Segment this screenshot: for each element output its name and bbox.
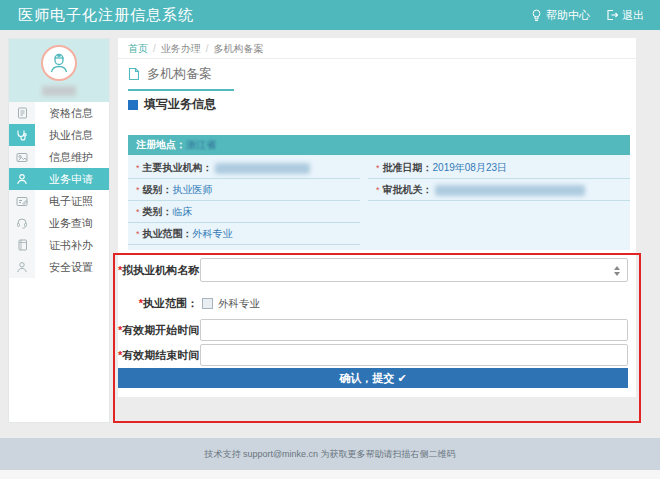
valid-start-input[interactable] xyxy=(200,319,628,341)
blue-square-bullet-icon xyxy=(128,100,138,110)
field-practice-scope: *执业范围：外科专业 xyxy=(128,223,360,245)
sidebar-item-label: 业务查询 xyxy=(35,212,109,234)
confirm-submit-button[interactable]: 确认，提交 ✔ xyxy=(118,368,628,388)
sidebar-item-qualification-info[interactable]: 资格信息 xyxy=(9,102,109,124)
redacted-value xyxy=(215,163,310,174)
doctor-avatar-icon xyxy=(48,52,70,74)
valid-start-label: *有效期开始时间： xyxy=(118,323,198,338)
field-label: 类别： xyxy=(143,206,173,217)
required-asterisk: * xyxy=(136,229,140,239)
required-asterisk: * xyxy=(376,163,380,173)
page-title-text: 多机构备案 xyxy=(147,65,212,83)
field-approval-date: *批准日期：2019年08月23日 xyxy=(368,157,630,179)
field-label: 审批机关： xyxy=(383,184,433,195)
main-content-panel: 首页 / 业务办理 / 多机构备案 多机构备案 填写业务信息 注册地点：浙江省 … xyxy=(118,38,636,397)
app-title: 医师电子化注册信息系统 xyxy=(18,6,194,25)
sidebar-item-label: 电子证照 xyxy=(35,190,109,212)
sidebar-item-business-query[interactable]: 业务查询 xyxy=(9,212,109,234)
field-main-practice-org: *主要执业机构： xyxy=(128,157,360,179)
sidebar-item-label: 资格信息 xyxy=(35,102,109,124)
practice-scope-label: *执业范围： xyxy=(118,296,198,311)
sidebar: 资格信息 执业信息 信息维护 业务申请 xyxy=(8,38,110,423)
section-title-text: 填写业务信息 xyxy=(144,96,216,113)
form-row-valid-start: *有效期开始时间： xyxy=(118,319,628,341)
form-row-valid-end: *有效期结束时间： xyxy=(118,344,628,366)
required-asterisk: * xyxy=(136,163,140,173)
field-value: 执业医师 xyxy=(173,184,213,195)
breadcrumb-current-page: 多机构备案 xyxy=(214,38,264,59)
stethoscope-icon xyxy=(9,124,35,146)
sidebar-item-certificate-reissue[interactable]: 证书补办 xyxy=(9,234,109,256)
user-icon xyxy=(9,168,35,190)
sidebar-item-label: 信息维护 xyxy=(35,146,109,168)
field-label: 主要执业机构： xyxy=(143,162,213,173)
avatar[interactable] xyxy=(41,45,77,81)
headset-icon xyxy=(9,212,35,234)
sidebar-item-practice-info[interactable]: 执业信息 xyxy=(9,124,109,146)
scope-checkbox[interactable] xyxy=(202,298,213,309)
sidebar-item-info-maintenance[interactable]: 信息维护 xyxy=(9,146,109,168)
intended-org-select[interactable] xyxy=(200,258,628,282)
person-icon xyxy=(9,256,35,278)
field-value: 外科专业 xyxy=(193,228,233,239)
field-label: 执业范围： xyxy=(143,228,193,239)
field-label: 批准日期： xyxy=(383,162,433,173)
section-title: 填写业务信息 xyxy=(128,96,216,113)
sidebar-item-label: 业务申请 xyxy=(35,168,109,190)
redacted-value xyxy=(435,185,585,196)
valid-end-input[interactable] xyxy=(200,344,628,366)
photo-icon xyxy=(9,146,35,168)
sidebar-menu: 资格信息 执业信息 信息维护 业务申请 xyxy=(9,102,109,278)
bottom-strip xyxy=(0,470,660,479)
sidebar-item-electronic-license[interactable]: 电子证照 xyxy=(9,190,109,212)
sidebar-item-security-settings[interactable]: 安全设置 xyxy=(9,256,109,278)
practice-detail-panel: *主要执业机构： *级别：执业医师 *类别：临床 *执业范围：外科专业 *批准日… xyxy=(128,155,630,250)
scope-checkbox-label[interactable]: 外科专业 xyxy=(218,297,260,311)
required-asterisk: * xyxy=(376,185,380,195)
page-title: 多机构备案 xyxy=(128,65,234,91)
redacted-username xyxy=(42,86,76,96)
lightbulb-icon xyxy=(531,9,542,22)
logout-button[interactable]: 退出 xyxy=(606,8,644,23)
breadcrumb: 首页 / 业务办理 / 多机构备案 xyxy=(118,38,636,59)
field-level: *级别：执业医师 xyxy=(128,179,360,201)
sidebar-item-label: 安全设置 xyxy=(35,256,109,278)
footer-support-text: 技术支持 support@minke.cn 为获取更多帮助请扫描右侧二维码 xyxy=(204,448,455,461)
form-row-intended-org: *拟执业机构名称： xyxy=(118,258,628,282)
breadcrumb-separator: / xyxy=(153,38,156,59)
field-approval-authority: *审批机关： xyxy=(368,179,630,201)
required-asterisk: * xyxy=(136,207,140,217)
sidebar-item-label: 证书补办 xyxy=(35,234,109,256)
valid-end-label: *有效期结束时间： xyxy=(118,348,198,363)
breadcrumb-home-link[interactable]: 首页 xyxy=(128,38,148,59)
registration-location-label: 注册地点： xyxy=(136,139,186,150)
required-asterisk: * xyxy=(136,185,140,195)
page-footer: 技术支持 support@minke.cn 为获取更多帮助请扫描右侧二维码 xyxy=(0,438,660,470)
sidebar-item-business-application[interactable]: 业务申请 xyxy=(9,168,109,190)
breadcrumb-business-handling[interactable]: 业务办理 xyxy=(161,38,201,59)
document-page-icon xyxy=(128,67,140,81)
field-value: 2019年08月23日 xyxy=(433,162,508,173)
select-spinner-icon xyxy=(614,266,620,276)
intended-org-label: *拟执业机构名称： xyxy=(118,263,198,278)
breadcrumb-separator: / xyxy=(206,38,209,59)
license-card-icon xyxy=(9,190,35,212)
help-center-label: 帮助中心 xyxy=(546,8,590,23)
logout-label: 退出 xyxy=(622,8,644,23)
document-icon xyxy=(9,102,35,124)
sidebar-item-label: 执业信息 xyxy=(35,124,109,146)
field-value: 临床 xyxy=(173,206,193,217)
registration-location-value: 浙江省 xyxy=(186,139,216,150)
field-category: *类别：临床 xyxy=(128,201,360,223)
logout-icon xyxy=(606,9,618,21)
profile-section xyxy=(9,39,109,102)
app-header: 医师电子化注册信息系统 帮助中心 退出 xyxy=(0,0,660,30)
registration-location-bar: 注册地点：浙江省 xyxy=(128,135,630,155)
field-label: 级别： xyxy=(143,184,173,195)
help-center-link[interactable]: 帮助中心 xyxy=(531,8,590,23)
book-icon xyxy=(9,234,35,256)
form-row-practice-scope: *执业范围： 外科专业 xyxy=(118,296,628,311)
